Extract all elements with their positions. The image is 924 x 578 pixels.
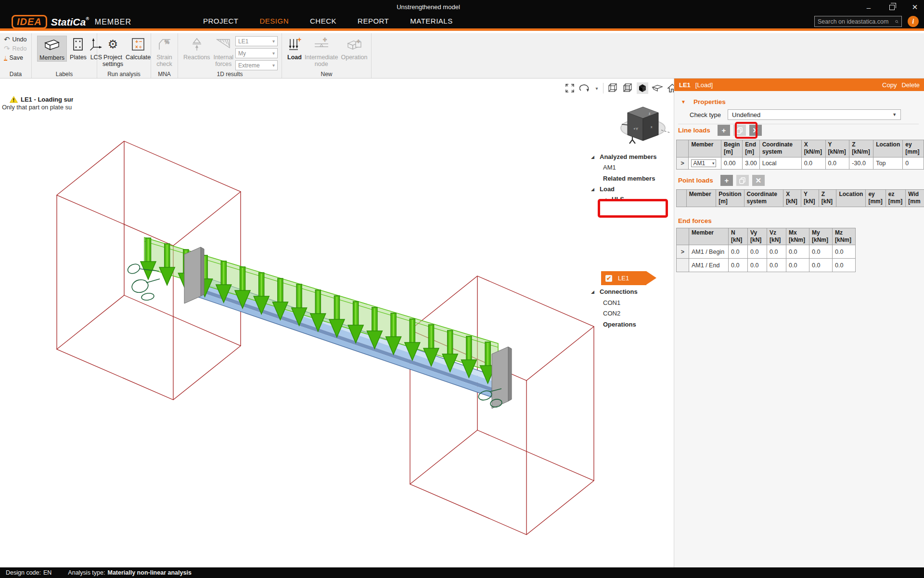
search-icon — [895, 18, 898, 25]
copy-button[interactable]: Copy — [882, 81, 897, 89]
extreme-dropdown[interactable]: Extreme▾ — [235, 60, 278, 70]
calculate-button[interactable]: +−×÷ Calculate — [126, 36, 150, 61]
ey-cell[interactable]: 0 — [903, 158, 924, 170]
check-type-dropdown[interactable]: Undefined ▼ — [728, 109, 901, 120]
collapse-icon[interactable]: ▼ — [681, 99, 686, 105]
3d-scene[interactable] — [0, 79, 674, 567]
rotate-options-chevron[interactable]: ▾ — [594, 82, 600, 94]
viewport-toolbar: ▾ — [564, 82, 678, 94]
tree-item-analyzed-members[interactable]: ◢Analyzed members — [591, 153, 657, 160]
plates-button[interactable]: Plates — [70, 36, 87, 61]
tree-item-le1-selected[interactable]: ✔ LE1 — [601, 271, 646, 285]
panel-subtitle: [Load] — [695, 81, 713, 89]
load-button[interactable]: + Load — [287, 36, 302, 61]
zoom-fit-button[interactable] — [564, 82, 576, 94]
transparent-view-button[interactable] — [622, 82, 633, 94]
menu-check[interactable]: CHECK — [299, 14, 347, 28]
tree-item-operations[interactable]: Operations — [603, 321, 636, 328]
begin-cell[interactable]: 0.00 — [721, 158, 743, 170]
expander-icon[interactable]: ◢ — [591, 155, 596, 159]
reactions-button[interactable]: Reactions — [183, 36, 210, 61]
tree-item-related-members[interactable]: Related members — [603, 175, 655, 182]
copy-icon — [739, 177, 745, 184]
svg-text:%: % — [165, 39, 169, 45]
operation-icon: + — [346, 36, 362, 53]
members-button[interactable]: Members — [37, 36, 67, 62]
end-cell[interactable]: 3.00 — [743, 158, 759, 170]
reactions-icon — [191, 36, 203, 53]
point-loads-table: Member Position[m] Coordinatesystem X[kN… — [676, 189, 924, 207]
wireframe-view-button[interactable] — [607, 82, 618, 94]
window-title: Unstrengthened model — [397, 3, 460, 11]
menu-report[interactable]: REPORT — [347, 14, 399, 28]
transparent-cube-icon — [622, 83, 633, 93]
internal-forces-button[interactable]: Internal forces — [213, 36, 234, 68]
load-effect-dropdown[interactable]: LE1▾ — [235, 36, 278, 46]
tree-item-con2[interactable]: CON2 — [603, 310, 620, 317]
minimize-button[interactable]: – — [863, 3, 874, 12]
info-icon[interactable]: i — [908, 16, 919, 27]
properties-heading: Properties — [693, 98, 726, 105]
le1-checkbox[interactable]: ✔ — [605, 275, 612, 282]
z-cell[interactable]: -30.0 — [849, 158, 873, 170]
project-settings-button[interactable]: ⚙ Project settings — [103, 36, 123, 68]
navigation-cube[interactable]: +Y z x — [615, 100, 673, 148]
warning-text: Only that part on plate su — [2, 104, 73, 111]
svg-text:+: + — [323, 37, 327, 43]
internal-forces-icon — [216, 36, 231, 53]
save-icon: ↓ — [4, 54, 7, 61]
tree-item-connections[interactable]: ◢Connections — [591, 288, 638, 295]
solid-view-button[interactable] — [637, 82, 648, 94]
tree-item-con1[interactable]: CON1 — [603, 299, 620, 306]
svg-text:x: x — [651, 125, 653, 129]
intermediate-node-button[interactable]: + Intermediate node — [305, 36, 338, 68]
coordinate-system-cell[interactable]: Local — [759, 158, 801, 170]
group-label-1d-results: 1D results — [178, 71, 282, 78]
delete-button[interactable]: Delete — [901, 81, 920, 89]
copy-point-load-button[interactable] — [736, 175, 749, 186]
design-code-label: Design code: — [6, 569, 41, 576]
undo-button[interactable]: ↶Undo — [4, 35, 26, 44]
result-component-dropdown[interactable]: My▾ — [235, 48, 278, 58]
y-cell[interactable]: 0.0 — [825, 158, 849, 170]
tree-item-load[interactable]: ◢Load — [591, 185, 615, 193]
end-forces-table: Member N[kN] Vy[kN] Vz[kN] Mx[kNm] My[kN… — [676, 228, 856, 272]
3d-viewport[interactable]: LE1 - Loading surfa Only that part on pl… — [0, 79, 674, 567]
strain-check-button[interactable]: % Strain check — [156, 36, 172, 68]
restore-button[interactable] — [886, 3, 897, 12]
row-selector[interactable]: > — [677, 245, 689, 259]
expander-icon[interactable]: ◢ — [591, 289, 596, 294]
end-forces-row-begin: > AM1 / Begin 0.0 0.0 0.0 0.0 0.0 0.0 — [677, 245, 856, 259]
menu-materials[interactable]: MATERIALS — [399, 14, 463, 28]
warning-icon — [10, 96, 18, 103]
zoom-fit-icon — [565, 83, 575, 93]
save-button[interactable]: ↓Save — [4, 53, 26, 62]
group-label-labels: Labels — [32, 71, 97, 78]
operation-button[interactable]: + Operation — [341, 36, 367, 61]
add-line-load-button[interactable]: + — [718, 125, 730, 136]
group-label-mna: MNA — [151, 71, 178, 78]
menu-design[interactable]: DESIGN — [249, 14, 300, 28]
row-selector[interactable]: > — [677, 158, 689, 170]
member-dropdown[interactable]: AM1▾ — [691, 159, 716, 167]
annotation-box-delete-line-load — [735, 122, 757, 139]
clip-view-button[interactable] — [652, 82, 663, 94]
rotate-view-button[interactable] — [579, 82, 590, 94]
ribbon-group-mna: % Strain check MNA — [151, 33, 178, 78]
menu-project[interactable]: PROJECT — [192, 14, 249, 28]
add-point-load-button[interactable]: + — [720, 175, 733, 186]
search-box[interactable] — [814, 16, 902, 27]
search-input[interactable] — [818, 18, 895, 25]
x-cell[interactable]: 0.0 — [801, 158, 825, 170]
location-cell[interactable]: Top — [873, 158, 903, 170]
strain-check-icon: % — [158, 36, 171, 53]
close-button[interactable]: ✕ — [910, 3, 920, 12]
main-menu: PROJECT DESIGN CHECK REPORT MATERIALS — [192, 14, 463, 28]
status-bar: Design code: EN Analysis type: Materiall… — [0, 567, 924, 578]
right-member-wireframe — [410, 276, 594, 535]
tree-item-am1[interactable]: AM1 — [603, 164, 616, 171]
expander-icon[interactable]: ◢ — [591, 187, 596, 192]
delete-point-load-button[interactable]: ✕ — [752, 175, 765, 186]
redo-button[interactable]: ↷Redo — [4, 44, 26, 53]
analysis-type-value: Materially non-linear analysis — [107, 569, 191, 576]
